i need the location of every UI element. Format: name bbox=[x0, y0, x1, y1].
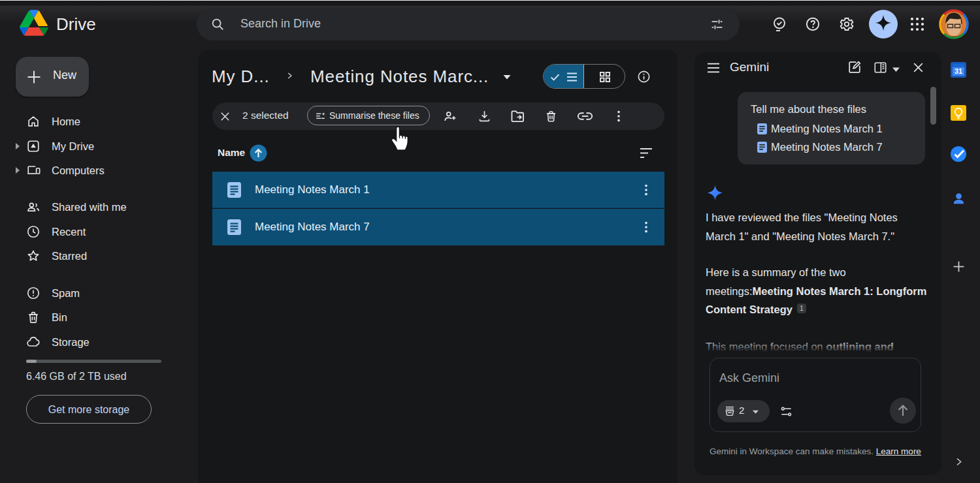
svg-text:31: 31 bbox=[955, 67, 962, 75]
